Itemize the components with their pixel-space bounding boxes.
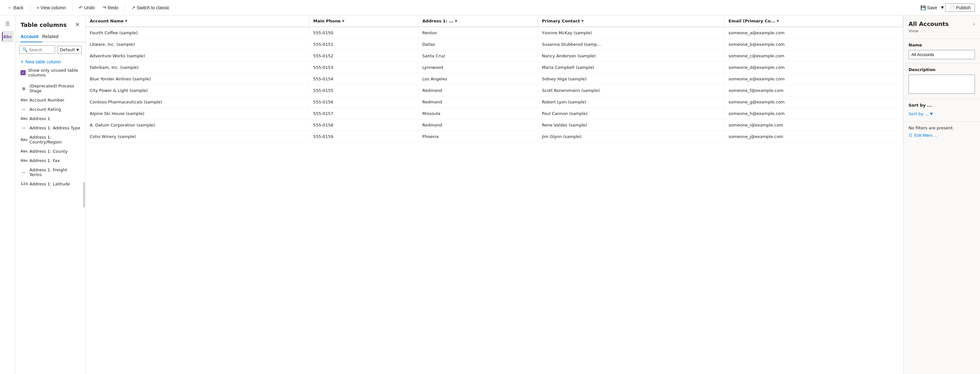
sort-section: Sort by ... Sort by ... ▼ [904, 98, 980, 121]
show-unused-checkbox[interactable]: ✓ [21, 70, 25, 75]
table-row[interactable]: Litware, Inc. (sample)555-0151DallasSusa… [86, 39, 903, 50]
table-cell: Jim Glynn (sample) [538, 131, 724, 143]
table-cell: someone_g@example.com [725, 97, 903, 108]
list-item[interactable]: 123 Address 1: Latitude [15, 179, 86, 189]
data-table-wrapper[interactable]: Account Name ▼ Main Phone ▼ Address 1: .… [86, 15, 903, 374]
right-panel-header: All Accounts › [904, 15, 980, 29]
no-filters-text: No filters are present. [908, 125, 975, 130]
sort-by-dropdown[interactable]: Sort by ... ▼ [908, 110, 975, 117]
list-item[interactable]: Abc Address 1: Fax [15, 156, 86, 165]
sort-by-label: Sort by ... [908, 111, 929, 116]
column-item-label: Address 1 [29, 116, 50, 121]
column-header-label: Account Name [90, 19, 124, 24]
table-header-cell[interactable]: Main Phone ▼ [309, 15, 418, 27]
column-item-label: Address 1: Latitude [29, 182, 70, 186]
table-header-cell[interactable]: Address 1: ... ▼ [418, 15, 538, 27]
search-icon: 🔍 [22, 47, 27, 52]
publish-icon: 📄 [949, 5, 955, 10]
table-cell: Redmond [418, 97, 538, 108]
list-item[interactable]: Abc Address 1: County [15, 147, 86, 156]
description-textarea[interactable] [908, 74, 975, 94]
list-item[interactable]: ▭ Account Rating [15, 105, 86, 114]
table-cell: 555-0156 [309, 97, 418, 108]
close-sidebar-button[interactable]: ✕ [74, 21, 80, 29]
publish-button[interactable]: 📄 Publish [945, 3, 975, 12]
edit-filters-label: Edit filters ... [914, 133, 937, 138]
dropdown-chevron-icon: ▼ [76, 48, 79, 52]
column-item-label: (Deprecated) Process Stage [29, 84, 80, 93]
table-row[interactable]: Coho Winery (sample)555-0159PhoenixJim G… [86, 131, 903, 143]
table-body: Fourth Coffee (sample)555-0150RentonYvon… [86, 27, 903, 143]
table-cell: Litware, Inc. (sample) [86, 39, 309, 50]
table-cell: Phoenix [418, 131, 538, 143]
column-type-icon: Abc [21, 149, 27, 154]
search-input[interactable] [29, 48, 52, 52]
table-cell: 555-0158 [309, 119, 418, 131]
table-cell: someone_c@example.com [725, 50, 903, 62]
tab-related[interactable]: Related [42, 32, 62, 42]
list-item[interactable]: ▭ Address 1: Freight Terms [15, 165, 86, 179]
table-row[interactable]: Alpine Ski House (sample)555-0157Missoul… [86, 108, 903, 119]
table-header: Account Name ▼ Main Phone ▼ Address 1: .… [86, 15, 903, 27]
table-row[interactable]: A. Datum Corporation (sample)555-0158Red… [86, 119, 903, 131]
table-row[interactable]: Blue Yonder Airlines (sample)555-0154Los… [86, 73, 903, 85]
edit-filters-button[interactable]: ☷ Edit filters ... [908, 133, 937, 138]
column-item-label: Address 1: Country/Region [29, 135, 80, 144]
table-cell: Alpine Ski House (sample) [86, 108, 309, 119]
table-columns-nav-button[interactable]: Abc [2, 31, 13, 42]
new-column-label: New table column [25, 59, 61, 64]
list-item[interactable]: ▭ Address 1: Address Type [15, 123, 86, 133]
table-row[interactable]: City Power & Light (sample)555-0155Redmo… [86, 85, 903, 97]
column-header-label: Main Phone [313, 19, 340, 24]
undo-button[interactable]: ↶ Undo [76, 4, 97, 11]
name-input[interactable] [908, 50, 975, 59]
table-cell: Contoso Pharmaceuticals (sample) [86, 97, 309, 108]
toolbar: ← Back + View column ↶ Undo ↷ Redo ↗ Swi… [0, 0, 980, 15]
table-cell: 555-0152 [309, 50, 418, 62]
table-header-cell[interactable]: Primary Contact ▼ [538, 15, 724, 27]
table-row[interactable]: Fourth Coffee (sample)555-0150RentonYvon… [86, 27, 903, 39]
show-unused-row[interactable]: ✓ Show only unused table columns [15, 67, 86, 80]
redo-button[interactable]: ↷ Redo [100, 4, 121, 11]
column-sort-icon: ▼ [581, 19, 584, 23]
table-row[interactable]: Fabrikam, Inc. (sample)555-0153LynnwoodM… [86, 62, 903, 73]
column-item-label: Address 1: County [29, 149, 68, 154]
list-item[interactable]: Abc Address 1: Country/Region [15, 133, 86, 147]
hamburger-menu-button[interactable]: ☰ [2, 18, 13, 30]
column-item-label: Address 1: Freight Terms [29, 168, 80, 177]
sidebar-title: Table columns [21, 21, 67, 28]
table-cell: Yvonne McKay (sample) [538, 27, 724, 39]
table-cell: someone_b@example.com [725, 39, 903, 50]
table-cell: Fabrikam, Inc. (sample) [86, 62, 309, 73]
filters-section: No filters are present. ☷ Edit filters .… [904, 121, 980, 141]
right-panel-chevron-button[interactable]: › [973, 21, 975, 27]
table-cell: Redmond [418, 85, 538, 97]
scrollbar-track[interactable] [83, 182, 85, 208]
column-type-icon: Abc [21, 98, 27, 102]
search-box[interactable]: 🔍 [19, 46, 55, 54]
table-cell: Maria Campbell (sample) [538, 62, 724, 73]
table-cell: Fourth Coffee (sample) [86, 27, 309, 39]
switch-classic-button[interactable]: ↗ Switch to classic [129, 4, 172, 11]
table-cell: Missoula [418, 108, 538, 119]
back-button[interactable]: ← Back [5, 4, 26, 11]
table-row[interactable]: Contoso Pharmaceuticals (sample)555-0156… [86, 97, 903, 108]
save-icon: 💾 [920, 5, 926, 10]
table-header-cell[interactable]: Account Name ▼ [86, 15, 309, 27]
save-button[interactable]: 💾 Save [918, 4, 940, 11]
column-header-label: Email (Primary Co... [729, 19, 775, 24]
save-dropdown-icon[interactable]: ▼ [941, 5, 944, 10]
new-table-column-button[interactable]: + New table column [15, 57, 86, 67]
table-cell: Renton [418, 27, 538, 39]
default-dropdown[interactable]: Default ▼ [57, 46, 82, 54]
toolbar-right: 💾 Save ▼ 📄 Publish [918, 3, 975, 12]
table-header-cell[interactable]: Email (Primary Co... ▼ [725, 15, 903, 27]
tab-account[interactable]: Account [21, 32, 42, 42]
view-column-button[interactable]: + View column [34, 4, 68, 11]
table-row[interactable]: Adventure Works (sample)555-0152Santa Cr… [86, 50, 903, 62]
list-item[interactable]: Abc Account Number [15, 95, 86, 105]
column-type-icon: Abc [21, 158, 27, 163]
right-panel-subtitle: View [904, 29, 980, 38]
list-item[interactable]: Abc Address 1 [15, 114, 86, 123]
list-item[interactable]: ▦ (Deprecated) Process Stage [15, 81, 86, 95]
